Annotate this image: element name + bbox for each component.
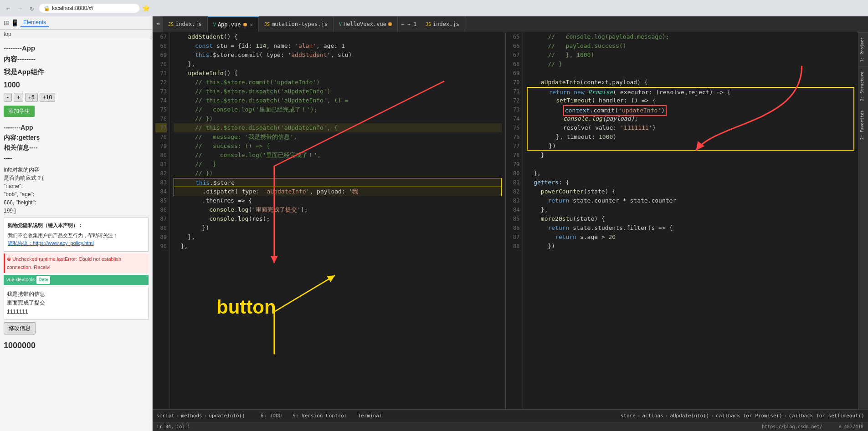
back-btn[interactable]: ← (4, 4, 13, 13)
device-icon[interactable]: 📱 (11, 19, 19, 26)
project-strip: P (153, 16, 163, 32)
add-student-btn[interactable]: 添加学生 (4, 106, 35, 117)
privacy-line1: 我们不会收集用户的产品交互行为，帮助请关注： (8, 232, 144, 240)
getters-header: --------App 内容:getters 相关信息---- ---- (4, 122, 149, 163)
privacy-popup: 购物党隐私说明（键入本声明）： 我们不会收集用户的产品交互行为，帮助请关注： 隐… (4, 218, 149, 252)
bottom-tabs-bar: script › methods › updateInfo() 6: TODO … (153, 409, 868, 422)
counter-plus5[interactable]: +5 (25, 93, 38, 102)
app-content-area: --------App 内容-------- 我是App组件 1000 - + … (0, 39, 152, 355)
bookmark-icon[interactable]: ⭐ (142, 5, 150, 12)
vue-icon-2: V (339, 22, 342, 27)
error-icon: ⊗ (7, 256, 12, 262)
dispatch-highlight-box: this.$store (174, 178, 502, 187)
browser-devtools: ⊞ 📱 Elements top --------App 内容-------- … (0, 16, 153, 431)
info-bar: Ln 84, Col 1 https://blog.csdn.net/ ⊕ 48… (153, 422, 868, 431)
editor-panes: 67 68 69 70 71 72 73 74 75 76 77 78 (153, 32, 868, 409)
bottom-tab-terminal[interactable]: Terminal (353, 412, 386, 420)
forward-btn[interactable]: → (15, 4, 25, 13)
main-area: ⊞ 📱 Elements top --------App 内容-------- … (0, 16, 868, 431)
js-icon-1: JS (168, 22, 174, 27)
app-header: --------App 内容-------- (4, 43, 149, 65)
tab-modified-dot (243, 23, 247, 26)
url-text: localhost:8080/#/ (52, 5, 93, 11)
counter-plus10[interactable]: +10 (40, 93, 55, 102)
lock-icon: 🔒 (44, 5, 50, 11)
counter-controls: - + +5 +10 (4, 93, 149, 102)
large-counter: 1000000 (4, 339, 149, 352)
privacy-title: 购物党隐私说明（键入本声明）： (8, 222, 144, 230)
counter-decrement[interactable]: - (4, 93, 12, 102)
url-bar[interactable]: 🔒 localhost:8080/#/ (39, 4, 139, 13)
tab-hello-vuex[interactable]: V HelloVuex.vue (334, 16, 398, 32)
counter-increment[interactable]: + (14, 93, 23, 102)
browser-chrome: ← → ↻ 🔒 localhost:8080/#/ ⭐ (0, 0, 868, 16)
tab-dot-hello (388, 22, 392, 26)
promise-box: return new Promise( executor: (resolve,r… (527, 87, 855, 96)
tab-index-js-1[interactable]: JS index.js (163, 16, 208, 32)
tab-app-vue[interactable]: V App.vue ✕ (208, 16, 259, 32)
bottom-tab-version[interactable]: 9: Version Control (288, 412, 351, 420)
inspect-icon[interactable]: ⊞ (4, 19, 9, 26)
actions-label: actions (642, 413, 663, 419)
info-object: info对象的内容 是否为响应式？{ "name": "bob", "age":… (4, 166, 149, 215)
code-content-right: // console.log(payload.message); // payl… (523, 32, 858, 409)
close-tab-btn[interactable]: ✕ (250, 22, 253, 28)
bottom-tab-todo[interactable]: 6: TODO (256, 412, 286, 420)
code-content-left: addStudent() { const stu = {id: 114, nam… (170, 32, 505, 409)
tab-index-js-2[interactable]: JS index.js (420, 16, 465, 32)
devtools-toolbar: ⊞ 📱 Elements (0, 16, 152, 30)
code-area-right: 65 66 67 68 69 70 71 72 73 74 75 76 (506, 32, 858, 409)
vue-devtools-bar: vue-devtools Dete (4, 275, 149, 285)
line-numbers-left: 67 68 69 70 71 72 73 74 75 76 77 78 (153, 32, 170, 409)
modify-info-btn[interactable]: 修改信息 (4, 322, 36, 335)
elements-tab[interactable]: Elements (21, 18, 49, 27)
right-strips: 1: Project 2: Structure 2: Favorites (858, 32, 868, 409)
browser-window: ← → ↻ 🔒 localhost:8080/#/ ⭐ ⊞ 📱 Elements… (0, 0, 868, 431)
runtime-error: ⊗ Unchecked runtime.lastError: Could not… (4, 254, 149, 273)
refresh-btn[interactable]: ↻ (27, 4, 36, 13)
vue-icon-1: V (213, 22, 216, 27)
vscode-area: P JS index.js V App.vue ✕ JS mutati (153, 16, 868, 431)
strip-label-favorites[interactable]: 2: Favorites (858, 106, 868, 144)
left-editor-pane[interactable]: 67 68 69 70 71 72 73 74 75 76 77 78 (153, 32, 506, 409)
vue-devtools-badge: Dete (36, 276, 50, 284)
app-component-label: 我是App组件 (4, 66, 149, 77)
js-icon-3: JS (426, 22, 431, 27)
tab-mutation-types[interactable]: JS mutation-types.js (259, 16, 334, 32)
code-area-left: 67 68 69 70 71 72 73 74 75 76 77 78 (153, 32, 505, 409)
js-icon-2: JS (264, 22, 270, 27)
line-numbers-right: 65 66 67 68 69 70 71 72 73 74 75 76 (506, 32, 523, 409)
strip-label-structure[interactable]: 2: Structure (858, 66, 868, 106)
right-breadcrumb: store › actions › aUpdateInfo() › callba… (621, 413, 864, 419)
vue-devtools-info: 我是携带的信息 里面完成了提交 1111111 (4, 287, 149, 319)
left-breadcrumb: script › methods › updateInfo() (156, 413, 245, 419)
right-editor-pane[interactable]: 65 66 67 68 69 70 71 72 73 74 75 76 (506, 32, 858, 409)
top-selector: top (0, 30, 152, 39)
tab-breadcrumb-arrows: ← → 1 (398, 21, 420, 27)
privacy-link[interactable]: 隐私协议：https://www.acy_policy.html (8, 239, 144, 248)
status-url: https://blog.csdn.net/ ⊕ 4827418 (762, 424, 863, 429)
counter-display: 1000 (4, 79, 149, 91)
editor-tabs-bar: P JS index.js V App.vue ✕ JS mutati (153, 16, 868, 32)
commit-red-box: context.commit('updateInfo') (527, 105, 855, 114)
strip-label-project[interactable]: 1: Project (858, 32, 868, 66)
